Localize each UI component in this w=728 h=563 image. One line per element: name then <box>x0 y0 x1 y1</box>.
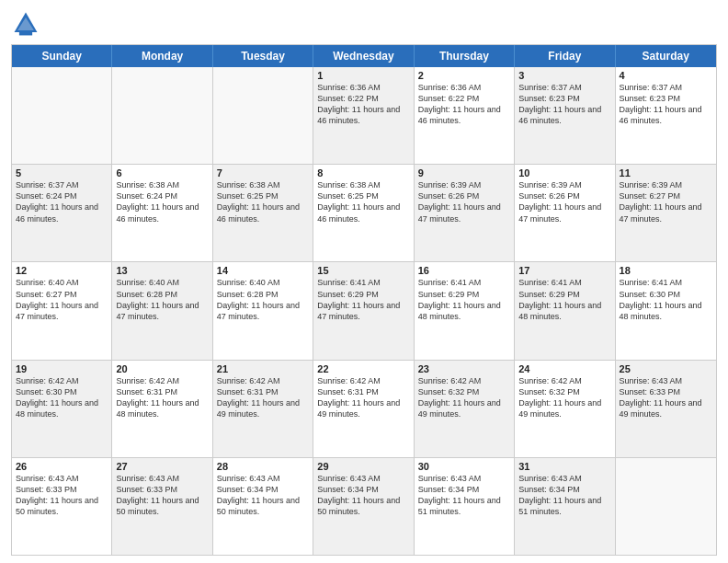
day-cell-10: 10Sunrise: 6:39 AM Sunset: 6:26 PM Dayli… <box>515 165 615 261</box>
day-info: Sunrise: 6:38 AM Sunset: 6:25 PM Dayligh… <box>317 179 409 224</box>
day-number: 9 <box>418 167 510 178</box>
day-number: 4 <box>620 70 712 81</box>
day-info: Sunrise: 6:39 AM Sunset: 6:26 PM Dayligh… <box>418 179 510 224</box>
day-info: Sunrise: 6:43 AM Sunset: 6:33 PM Dayligh… <box>16 473 108 518</box>
page: SundayMondayTuesdayWednesdayThursdayFrid… <box>0 0 728 563</box>
day-cell-13: 13Sunrise: 6:40 AM Sunset: 6:28 PM Dayli… <box>112 262 212 359</box>
day-info: Sunrise: 6:40 AM Sunset: 6:27 PM Dayligh… <box>16 277 108 322</box>
day-number: 14 <box>217 265 309 276</box>
day-info: Sunrise: 6:43 AM Sunset: 6:33 PM Dayligh… <box>620 375 712 420</box>
day-number: 15 <box>317 265 409 276</box>
calendar-row-4: 26Sunrise: 6:43 AM Sunset: 6:33 PM Dayli… <box>12 457 716 555</box>
day-info: Sunrise: 6:43 AM Sunset: 6:34 PM Dayligh… <box>317 473 409 518</box>
logo-icon <box>11 9 40 39</box>
day-number: 3 <box>518 70 610 81</box>
day-cell-14: 14Sunrise: 6:40 AM Sunset: 6:28 PM Dayli… <box>213 262 313 359</box>
day-number: 25 <box>620 363 712 374</box>
day-number: 30 <box>418 461 510 472</box>
day-cell-24: 24Sunrise: 6:42 AM Sunset: 6:32 PM Dayli… <box>515 361 615 457</box>
day-info: Sunrise: 6:38 AM Sunset: 6:25 PM Dayligh… <box>217 179 309 224</box>
weekday-header-wednesday: Wednesday <box>313 45 414 67</box>
day-number: 28 <box>217 461 309 472</box>
day-number: 11 <box>620 167 712 178</box>
day-info: Sunrise: 6:41 AM Sunset: 6:30 PM Dayligh… <box>620 277 712 322</box>
calendar-row-3: 19Sunrise: 6:42 AM Sunset: 6:30 PM Dayli… <box>12 360 716 457</box>
day-number: 26 <box>16 461 108 472</box>
day-cell-1: 1Sunrise: 6:36 AM Sunset: 6:22 PM Daylig… <box>313 67 414 164</box>
day-cell-19: 19Sunrise: 6:42 AM Sunset: 6:30 PM Dayli… <box>12 361 112 457</box>
day-number: 13 <box>116 265 208 276</box>
day-number: 7 <box>217 167 309 178</box>
day-cell-11: 11Sunrise: 6:39 AM Sunset: 6:27 PM Dayli… <box>616 165 716 261</box>
day-cell-28: 28Sunrise: 6:43 AM Sunset: 6:34 PM Dayli… <box>213 458 313 555</box>
day-info: Sunrise: 6:38 AM Sunset: 6:24 PM Dayligh… <box>116 179 208 224</box>
day-number: 17 <box>518 265 610 276</box>
day-info: Sunrise: 6:42 AM Sunset: 6:31 PM Dayligh… <box>217 375 309 420</box>
day-cell-16: 16Sunrise: 6:41 AM Sunset: 6:29 PM Dayli… <box>415 262 515 359</box>
day-info: Sunrise: 6:37 AM Sunset: 6:23 PM Dayligh… <box>620 82 712 127</box>
day-number: 1 <box>317 70 409 81</box>
calendar-header: SundayMondayTuesdayWednesdayThursdayFrid… <box>12 45 716 67</box>
day-cell-3: 3Sunrise: 6:37 AM Sunset: 6:23 PM Daylig… <box>515 67 615 164</box>
weekday-header-friday: Friday <box>515 45 615 67</box>
day-info: Sunrise: 6:39 AM Sunset: 6:27 PM Dayligh… <box>620 179 712 224</box>
weekday-header-thursday: Thursday <box>415 45 515 67</box>
day-cell-25: 25Sunrise: 6:43 AM Sunset: 6:33 PM Dayli… <box>616 361 716 457</box>
day-info: Sunrise: 6:43 AM Sunset: 6:34 PM Dayligh… <box>217 473 309 518</box>
day-cell-6: 6Sunrise: 6:38 AM Sunset: 6:24 PM Daylig… <box>112 165 212 261</box>
day-info: Sunrise: 6:39 AM Sunset: 6:26 PM Dayligh… <box>518 179 610 224</box>
day-cell-8: 8Sunrise: 6:38 AM Sunset: 6:25 PM Daylig… <box>313 165 414 261</box>
day-cell-27: 27Sunrise: 6:43 AM Sunset: 6:33 PM Dayli… <box>112 458 212 555</box>
calendar-row-1: 5Sunrise: 6:37 AM Sunset: 6:24 PM Daylig… <box>12 164 716 261</box>
calendar-body: 1Sunrise: 6:36 AM Sunset: 6:22 PM Daylig… <box>12 67 716 555</box>
day-number: 6 <box>116 167 208 178</box>
weekday-header-tuesday: Tuesday <box>213 45 313 67</box>
day-cell-empty <box>616 458 716 555</box>
day-number: 8 <box>317 167 409 178</box>
day-cell-2: 2Sunrise: 6:36 AM Sunset: 6:22 PM Daylig… <box>415 67 515 164</box>
day-info: Sunrise: 6:42 AM Sunset: 6:32 PM Dayligh… <box>518 375 610 420</box>
calendar-row-2: 12Sunrise: 6:40 AM Sunset: 6:27 PM Dayli… <box>12 261 716 359</box>
calendar-row-0: 1Sunrise: 6:36 AM Sunset: 6:22 PM Daylig… <box>12 67 716 164</box>
day-cell-29: 29Sunrise: 6:43 AM Sunset: 6:34 PM Dayli… <box>313 458 414 555</box>
day-info: Sunrise: 6:40 AM Sunset: 6:28 PM Dayligh… <box>116 277 208 322</box>
day-number: 24 <box>518 363 610 374</box>
day-number: 29 <box>317 461 409 472</box>
day-number: 20 <box>116 363 208 374</box>
day-number: 23 <box>418 363 510 374</box>
day-info: Sunrise: 6:40 AM Sunset: 6:28 PM Dayligh… <box>217 277 309 322</box>
day-cell-9: 9Sunrise: 6:39 AM Sunset: 6:26 PM Daylig… <box>415 165 515 261</box>
day-number: 21 <box>217 363 309 374</box>
day-info: Sunrise: 6:41 AM Sunset: 6:29 PM Dayligh… <box>317 277 409 322</box>
day-number: 5 <box>16 167 108 178</box>
day-cell-23: 23Sunrise: 6:42 AM Sunset: 6:32 PM Dayli… <box>415 361 515 457</box>
day-info: Sunrise: 6:42 AM Sunset: 6:30 PM Dayligh… <box>16 375 108 420</box>
day-cell-20: 20Sunrise: 6:42 AM Sunset: 6:31 PM Dayli… <box>112 361 212 457</box>
day-info: Sunrise: 6:42 AM Sunset: 6:31 PM Dayligh… <box>116 375 208 420</box>
weekday-header-sunday: Sunday <box>12 45 112 67</box>
day-number: 16 <box>418 265 510 276</box>
calendar: SundayMondayTuesdayWednesdayThursdayFrid… <box>11 44 717 556</box>
day-info: Sunrise: 6:36 AM Sunset: 6:22 PM Dayligh… <box>418 82 510 127</box>
header <box>11 9 717 39</box>
day-cell-18: 18Sunrise: 6:41 AM Sunset: 6:30 PM Dayli… <box>616 262 716 359</box>
day-info: Sunrise: 6:43 AM Sunset: 6:33 PM Dayligh… <box>116 473 208 518</box>
day-cell-26: 26Sunrise: 6:43 AM Sunset: 6:33 PM Dayli… <box>12 458 112 555</box>
day-cell-22: 22Sunrise: 6:42 AM Sunset: 6:31 PM Dayli… <box>313 361 414 457</box>
day-info: Sunrise: 6:41 AM Sunset: 6:29 PM Dayligh… <box>518 277 610 322</box>
day-number: 31 <box>518 461 610 472</box>
day-cell-empty <box>12 67 112 164</box>
day-number: 2 <box>418 70 510 81</box>
day-number: 19 <box>16 363 108 374</box>
day-cell-21: 21Sunrise: 6:42 AM Sunset: 6:31 PM Dayli… <box>213 361 313 457</box>
day-cell-7: 7Sunrise: 6:38 AM Sunset: 6:25 PM Daylig… <box>213 165 313 261</box>
day-number: 12 <box>16 265 108 276</box>
day-info: Sunrise: 6:37 AM Sunset: 6:24 PM Dayligh… <box>16 179 108 224</box>
day-cell-5: 5Sunrise: 6:37 AM Sunset: 6:24 PM Daylig… <box>12 165 112 261</box>
day-cell-empty <box>213 67 313 164</box>
weekday-header-saturday: Saturday <box>616 45 716 67</box>
day-info: Sunrise: 6:42 AM Sunset: 6:32 PM Dayligh… <box>418 375 510 420</box>
weekday-header-monday: Monday <box>112 45 212 67</box>
day-info: Sunrise: 6:43 AM Sunset: 6:34 PM Dayligh… <box>418 473 510 518</box>
day-cell-15: 15Sunrise: 6:41 AM Sunset: 6:29 PM Dayli… <box>313 262 414 359</box>
